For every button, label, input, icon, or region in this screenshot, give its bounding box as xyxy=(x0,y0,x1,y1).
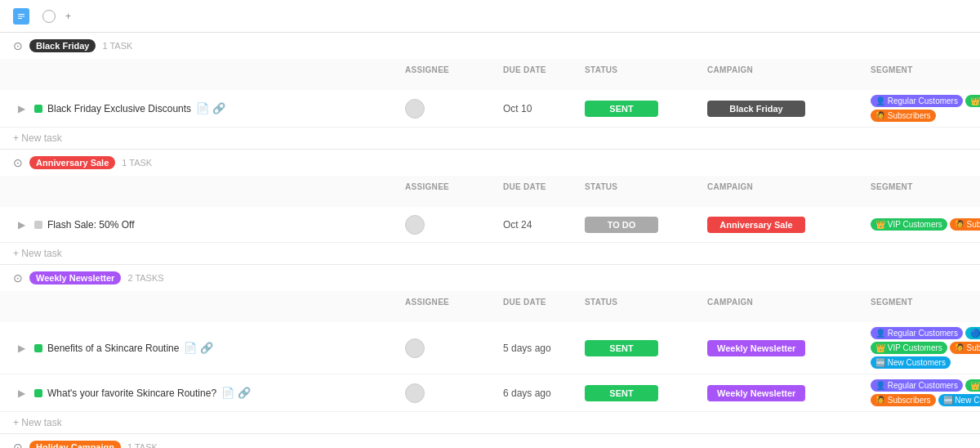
segment-tag[interactable]: 🙋 Subscribers xyxy=(871,110,936,122)
segment-tag[interactable]: 🙋 Subscribers xyxy=(950,218,980,231)
section-anniversary-sale: ⊙ Anniversary Sale 1 TASK ASSIGNEEDUE DA… xyxy=(0,150,980,265)
column-header: SEGMENT xyxy=(864,179,980,204)
segment-tag[interactable]: 🙋 Subscribers xyxy=(950,342,980,354)
task-name-text[interactable]: Benefits of a Skincare Routine xyxy=(47,343,179,354)
column-header: ASSIGNEE xyxy=(399,62,497,87)
section-count-anniversary-sale: 1 TASK xyxy=(122,158,152,168)
doc-icon: 📄 xyxy=(196,102,209,114)
campaign-badge[interactable]: Weekly Newsletter xyxy=(707,385,805,401)
column-header: ASSIGNEE xyxy=(399,179,497,204)
task-due-date-cell: 5 days ago xyxy=(497,339,578,357)
task-segment-cell: 👤 Regular Customers👑 VIP Customers🙋 Subs… xyxy=(864,378,980,408)
column-header: DUE DATE xyxy=(497,62,578,87)
task-segment-cell: 👑 VIP Customers🙋 Subscribers xyxy=(864,217,980,232)
segment-tag[interactable]: 🙋 Subscribers xyxy=(871,394,936,406)
expand-icon[interactable]: ▶ xyxy=(18,343,25,354)
task-priority-indicator xyxy=(34,389,42,397)
task-status-cell: SENT xyxy=(578,97,701,120)
column-header: ASSIGNEE xyxy=(399,294,497,319)
campaign-badge[interactable]: Weekly Newsletter xyxy=(707,340,805,356)
task-name-text[interactable]: Flash Sale: 50% Off xyxy=(47,219,135,231)
section-toggle-anniversary-sale[interactable]: ⊙ xyxy=(13,156,23,169)
column-headers-row: ASSIGNEEDUE DATESTATUSCAMPAIGNSEGMENTFIL… xyxy=(0,176,980,207)
new-task-row-weekly-newsletter[interactable]: + New task xyxy=(0,412,980,433)
campaign-badge[interactable]: Black Friday xyxy=(707,101,805,117)
task-name-text[interactable]: What's your favorite Skincare Routine? xyxy=(47,388,216,399)
section-toggle-black-friday[interactable]: ⊙ xyxy=(13,39,23,52)
section-header-anniversary-sale[interactable]: ⊙ Anniversary Sale 1 TASK xyxy=(0,150,980,176)
column-header: DUE DATE xyxy=(497,294,578,319)
link-icon: 🔗 xyxy=(212,102,225,114)
section-black-friday: ⊙ Black Friday 1 TASK ASSIGNEEDUE DATEST… xyxy=(0,33,980,150)
task-campaign-cell: Weekly Newsletter xyxy=(701,382,864,405)
assignee-avatar[interactable] xyxy=(405,99,425,119)
column-header: SEGMENT xyxy=(864,294,980,319)
section-toggle-holiday-campaign[interactable]: ⊙ xyxy=(13,441,23,448)
task-assignee-cell xyxy=(399,212,497,238)
status-badge[interactable]: SENT xyxy=(585,101,658,117)
due-date-text: 6 days ago xyxy=(503,388,551,399)
segment-tag[interactable]: 👑 VIP Customers xyxy=(871,218,947,231)
segment-tag[interactable]: 🔵 Past Customers xyxy=(965,327,980,339)
new-task-button[interactable]: + xyxy=(65,11,74,22)
segment-tag[interactable]: 👑 VIP Customers xyxy=(965,379,980,392)
table-row: ▶ Benefits of a Skincare Routine 📄 🔗 5 d… xyxy=(0,322,980,374)
task-name-cell: ▶ Black Friday Exclusive Discounts 📄 🔗 xyxy=(7,99,399,118)
segment-tag[interactable]: 👑 VIP Customers xyxy=(871,342,947,354)
table-row: ▶ Black Friday Exclusive Discounts 📄 🔗 O… xyxy=(0,90,980,128)
task-campaign-cell: Weekly Newsletter xyxy=(701,337,864,360)
column-header xyxy=(7,294,399,319)
app-icon xyxy=(13,8,29,25)
expand-icon[interactable]: ▶ xyxy=(18,388,25,399)
task-status-cell: SENT xyxy=(578,382,701,405)
section-weekly-newsletter: ⊙ Weekly Newsletter 2 TASKS ASSIGNEEDUE … xyxy=(0,265,980,434)
column-headers-row: ASSIGNEEDUE DATESTATUSCAMPAIGNSEGMENTFIL… xyxy=(0,291,980,322)
table-row: ▶ What's your favorite Skincare Routine?… xyxy=(0,374,980,412)
new-task-row-anniversary-sale[interactable]: + New task xyxy=(0,243,980,264)
table-container: ⊙ Black Friday 1 TASK ASSIGNEEDUE DATEST… xyxy=(0,33,980,448)
status-badge[interactable]: SENT xyxy=(585,340,658,356)
segment-tag[interactable]: 🆕 New Customers xyxy=(938,394,980,406)
task-name-text[interactable]: Black Friday Exclusive Discounts xyxy=(47,103,191,114)
task-priority-indicator xyxy=(34,344,42,352)
section-badge-weekly-newsletter: Weekly Newsletter xyxy=(29,271,121,284)
task-assignee-cell xyxy=(399,335,497,361)
section-badge-holiday-campaign: Holiday Campaign xyxy=(29,441,121,448)
info-icon[interactable] xyxy=(42,10,56,23)
section-header-holiday-campaign[interactable]: ⊙ Holiday Campaign 1 TASK xyxy=(0,434,980,448)
assignee-avatar[interactable] xyxy=(405,338,425,358)
svg-rect-3 xyxy=(18,18,22,19)
task-campaign-cell: Black Friday xyxy=(701,97,864,120)
column-header: CAMPAIGN xyxy=(701,62,864,87)
task-priority-indicator xyxy=(34,105,42,113)
assignee-avatar[interactable] xyxy=(405,215,425,235)
segment-tag[interactable]: 👤 Regular Customers xyxy=(871,95,963,107)
segment-tag[interactable]: 👑 VIP Customers xyxy=(965,95,980,107)
task-campaign-cell: Anniversary Sale xyxy=(701,213,864,236)
assignee-avatar[interactable] xyxy=(405,383,425,403)
task-name-cell: ▶ Flash Sale: 50% Off xyxy=(7,216,399,234)
section-count-weekly-newsletter: 2 TASKS xyxy=(127,273,163,283)
section-header-weekly-newsletter[interactable]: ⊙ Weekly Newsletter 2 TASKS xyxy=(0,265,980,291)
svg-rect-2 xyxy=(18,16,24,16)
status-badge[interactable]: SENT xyxy=(585,385,658,401)
status-badge[interactable]: TO DO xyxy=(585,217,658,233)
section-badge-anniversary-sale: Anniversary Sale xyxy=(29,156,115,169)
due-date-text: 5 days ago xyxy=(503,343,551,354)
expand-icon[interactable]: ▶ xyxy=(18,219,25,231)
column-headers-row: ASSIGNEEDUE DATESTATUSCAMPAIGNSEGMENTFIL… xyxy=(0,59,980,90)
column-header: SEGMENT xyxy=(864,62,980,87)
segment-tag[interactable]: 👤 Regular Customers xyxy=(871,327,963,339)
section-holiday-campaign: ⊙ Holiday Campaign 1 TASK ASSIGNEEDUE DA… xyxy=(0,434,980,448)
column-header: STATUS xyxy=(578,62,701,87)
expand-icon[interactable]: ▶ xyxy=(18,103,25,114)
column-header: CAMPAIGN xyxy=(701,179,864,204)
section-header-black-friday[interactable]: ⊙ Black Friday 1 TASK xyxy=(0,33,980,59)
section-toggle-weekly-newsletter[interactable]: ⊙ xyxy=(13,271,23,284)
task-status-cell: SENT xyxy=(578,337,701,360)
segment-tag[interactable]: 👤 Regular Customers xyxy=(871,379,963,392)
new-task-row-black-friday[interactable]: + New task xyxy=(0,128,980,149)
campaign-badge[interactable]: Anniversary Sale xyxy=(707,217,805,233)
segment-tag[interactable]: 🆕 New Customers xyxy=(871,356,951,369)
plus-icon: + xyxy=(65,11,71,22)
